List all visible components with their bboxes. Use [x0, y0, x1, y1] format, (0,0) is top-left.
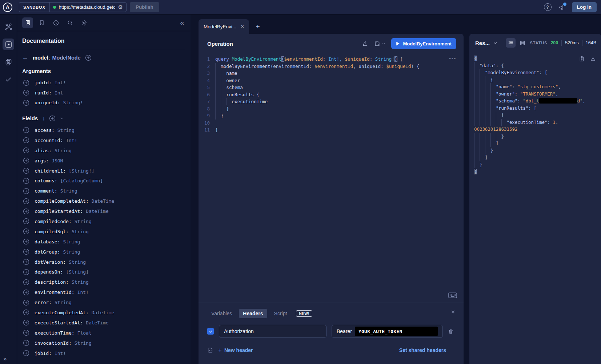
field-name[interactable]: accountId:: [35, 138, 63, 143]
add-field-icon[interactable]: [23, 89, 29, 96]
endpoint-settings-gear-icon[interactable]: ⚙: [118, 4, 123, 10]
help-icon[interactable]: ?: [544, 3, 552, 11]
copy-response-icon[interactable]: [579, 56, 585, 62]
field-name[interactable]: columns:: [35, 178, 57, 183]
breadcrumb-type-link[interactable]: ModelNode: [52, 55, 81, 61]
auth-token-redacted[interactable]: YOUR_AUTH_TOKEN: [355, 327, 438, 336]
add-field-icon[interactable]: [23, 269, 29, 275]
add-field-icon[interactable]: [23, 80, 29, 86]
field-type[interactable]: [String]: [66, 269, 89, 275]
field-name[interactable]: database:: [35, 239, 60, 244]
add-field-icon[interactable]: [23, 167, 29, 174]
tab-script[interactable]: Script: [270, 309, 291, 318]
tab-headers[interactable]: Headers: [239, 309, 267, 318]
endpoint-url[interactable]: https://metadata.cloud.getd: [59, 4, 115, 10]
add-field-icon[interactable]: [23, 319, 29, 326]
field-type[interactable]: [CatalogColumn]: [60, 178, 103, 183]
add-field-icon[interactable]: [23, 147, 29, 154]
tab-variables[interactable]: Variables: [207, 309, 236, 318]
field-name[interactable]: dbtGroup:: [35, 249, 60, 255]
field-type[interactable]: String: [69, 259, 86, 265]
field-type[interactable]: String: [72, 229, 89, 234]
field-name[interactable]: args:: [35, 158, 49, 163]
settings-gear-icon[interactable]: [79, 17, 90, 28]
add-field-icon[interactable]: [23, 157, 29, 164]
collapse-section-icon[interactable]: [450, 310, 456, 315]
header-value-input[interactable]: Bearer YOUR_AUTH_TOKEN: [332, 325, 443, 338]
field-type[interactable]: DateTime: [86, 320, 109, 325]
keyboard-shortcuts-icon[interactable]: [448, 292, 457, 298]
field-name[interactable]: alias:: [35, 148, 52, 153]
field-type[interactable]: String!: [63, 100, 83, 105]
operation-tab[interactable]: ModelByEnvi... ×: [199, 19, 249, 34]
history-icon[interactable]: [51, 17, 61, 28]
save-icon[interactable]: [374, 41, 380, 47]
field-type[interactable]: Int!: [55, 351, 66, 356]
field-type[interactable]: String: [63, 239, 80, 244]
sort-fields-icon[interactable]: ↓: [42, 115, 45, 121]
add-field-icon[interactable]: [23, 127, 29, 133]
new-header-button[interactable]: + New header: [218, 347, 253, 354]
apollo-logo-icon[interactable]: A: [3, 3, 12, 12]
field-name[interactable]: executeCompletedAt:: [35, 310, 89, 315]
line-actions-icon[interactable]: •••: [449, 56, 456, 61]
add-field-icon[interactable]: [23, 279, 29, 286]
add-field-icon[interactable]: [23, 228, 29, 235]
publish-button[interactable]: Publish: [130, 2, 159, 12]
field-name[interactable]: compileCompletedAt:: [35, 198, 89, 204]
search-icon[interactable]: [65, 17, 76, 28]
field-name[interactable]: jobId:: [35, 351, 52, 356]
graphql-editor[interactable]: 1query ModelByEnvironment($environmentId…: [199, 53, 464, 303]
header-enabled-checkbox[interactable]: [207, 328, 214, 335]
add-field-icon[interactable]: [23, 178, 29, 184]
field-name[interactable]: runId:: [35, 90, 52, 96]
field-type[interactable]: [String!]: [69, 168, 94, 174]
add-field-icon[interactable]: [23, 198, 29, 205]
field-type[interactable]: String: [63, 249, 80, 255]
field-name[interactable]: compileStartedAt:: [35, 209, 83, 214]
add-field-icon[interactable]: [23, 218, 29, 225]
close-tab-icon[interactable]: ×: [241, 23, 244, 30]
add-field-icon[interactable]: [23, 259, 29, 265]
field-name[interactable]: dbtVersion:: [35, 259, 66, 265]
add-field-icon[interactable]: [23, 208, 29, 215]
field-name[interactable]: description:: [35, 279, 69, 285]
add-field-icon[interactable]: [23, 299, 29, 306]
field-name[interactable]: comment:: [35, 188, 57, 194]
announcements-megaphone-icon[interactable]: [558, 4, 565, 11]
add-field-icon[interactable]: [23, 248, 29, 255]
login-button[interactable]: Log in: [572, 2, 597, 12]
field-type[interactable]: DateTime: [92, 310, 115, 315]
field-type[interactable]: String: [75, 219, 92, 224]
add-all-fields-icon[interactable]: [85, 54, 92, 61]
field-name[interactable]: jobId:: [35, 80, 52, 85]
field-type[interactable]: String: [57, 128, 75, 133]
field-type[interactable]: DateTime: [92, 198, 115, 204]
field-name[interactable]: invocationId:: [35, 340, 72, 346]
explorer-icon[interactable]: [3, 39, 14, 50]
field-type[interactable]: String: [75, 340, 92, 346]
add-field-icon[interactable]: [23, 238, 29, 245]
new-tab-icon[interactable]: +: [256, 19, 260, 34]
header-key-input[interactable]: Authorization: [219, 325, 326, 338]
field-type[interactable]: String: [60, 188, 77, 194]
field-name[interactable]: uniqueId:: [35, 100, 60, 105]
response-collapse-chevron-icon[interactable]: [493, 41, 498, 45]
bookmarks-icon[interactable]: [36, 17, 47, 28]
table-view-icon[interactable]: [517, 38, 527, 48]
field-type[interactable]: Int!: [66, 138, 77, 143]
field-type[interactable]: String: [55, 148, 72, 153]
add-field-icon[interactable]: [23, 137, 29, 143]
add-field-icon[interactable]: [23, 309, 29, 316]
delete-header-icon[interactable]: [448, 328, 454, 335]
field-name[interactable]: childrenL1:: [35, 168, 66, 174]
schema-graph-icon[interactable]: [3, 21, 14, 33]
field-name[interactable]: compiledSql:: [35, 229, 69, 234]
set-shared-headers-link[interactable]: Set shared headers: [399, 347, 446, 353]
field-type[interactable]: JSON: [52, 158, 63, 163]
add-field-icon[interactable]: [23, 340, 29, 346]
operation-collections-icon[interactable]: [3, 56, 14, 68]
field-name[interactable]: access:: [35, 128, 55, 133]
field-type[interactable]: String: [55, 300, 72, 305]
add-field-icon[interactable]: [23, 350, 29, 356]
